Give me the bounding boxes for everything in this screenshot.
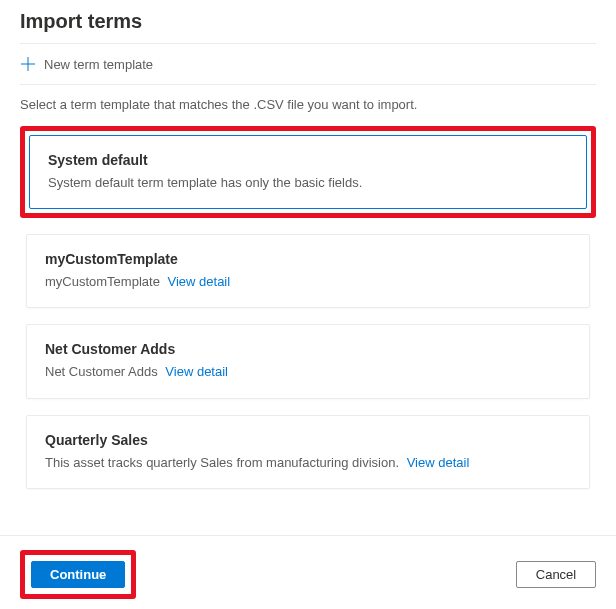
new-term-template-button[interactable]: New term template — [20, 44, 596, 85]
template-title: myCustomTemplate — [45, 251, 571, 267]
template-description: Net Customer Adds View detail — [45, 363, 571, 381]
highlight-selected-template: System default System default term templ… — [20, 126, 596, 218]
new-term-template-label: New term template — [44, 57, 153, 72]
template-description: This asset tracks quarterly Sales from m… — [45, 454, 571, 472]
page-title: Import terms — [20, 4, 596, 44]
view-detail-link[interactable]: View detail — [165, 364, 228, 379]
template-card-mycustomtemplate[interactable]: myCustomTemplate myCustomTemplate View d… — [26, 234, 590, 308]
template-desc-text: myCustomTemplate — [45, 274, 160, 289]
cancel-button[interactable]: Cancel — [516, 561, 596, 588]
instruction-text: Select a term template that matches the … — [20, 85, 596, 126]
view-detail-link[interactable]: View detail — [407, 455, 470, 470]
template-desc-text: Net Customer Adds — [45, 364, 158, 379]
template-title: Quarterly Sales — [45, 432, 571, 448]
template-card-system-default[interactable]: System default System default term templ… — [29, 135, 587, 209]
footer-actions: Continue Cancel — [0, 535, 616, 599]
template-card-quarterly-sales[interactable]: Quarterly Sales This asset tracks quarte… — [26, 415, 590, 489]
template-description: myCustomTemplate View detail — [45, 273, 571, 291]
template-title: Net Customer Adds — [45, 341, 571, 357]
template-desc-text: This asset tracks quarterly Sales from m… — [45, 455, 399, 470]
highlight-continue: Continue — [20, 550, 136, 599]
template-description: System default term template has only th… — [48, 174, 568, 192]
template-title: System default — [48, 152, 568, 168]
continue-button[interactable]: Continue — [31, 561, 125, 588]
template-card-net-customer-adds[interactable]: Net Customer Adds Net Customer Adds View… — [26, 324, 590, 398]
plus-icon — [20, 56, 36, 72]
view-detail-link[interactable]: View detail — [168, 274, 231, 289]
